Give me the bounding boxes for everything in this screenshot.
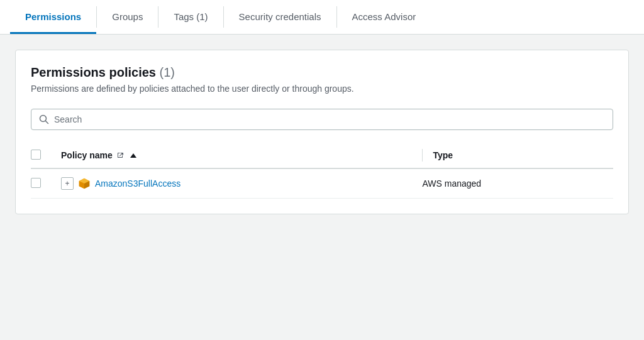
policy-table: Policy name Type: [31, 143, 613, 199]
select-all-checkbox[interactable]: [31, 150, 41, 160]
permissions-card: Permissions policies (1) Permissions are…: [15, 50, 629, 214]
policy-name-cell: + AmazonS3FullAccess: [53, 168, 414, 199]
policy-type-icon: [77, 177, 91, 190]
tab-access-advisor[interactable]: Access Advisor: [337, 0, 431, 34]
table-row: + AmazonS3FullAccess AWS managed: [31, 168, 613, 199]
select-all-header: [31, 143, 53, 168]
column-divider: [422, 149, 423, 162]
search-input[interactable]: [54, 114, 605, 124]
main-content: Permissions policies (1) Permissions are…: [0, 35, 644, 229]
sort-ascending-icon: [130, 153, 136, 158]
policy-count: (1): [160, 65, 175, 79]
external-link-icon: [116, 151, 124, 159]
table-header-row: Policy name Type: [31, 143, 613, 168]
policy-type-cell: AWS managed: [414, 168, 613, 199]
search-container: [31, 109, 613, 130]
svg-line-1: [46, 121, 48, 124]
type-header: Type: [414, 143, 613, 168]
section-description: Permissions are defined by policies atta…: [31, 84, 613, 94]
row-checkbox-cell: [31, 168, 53, 199]
expand-row-icon[interactable]: +: [61, 177, 74, 190]
policy-name-header[interactable]: Policy name: [53, 143, 414, 168]
policy-name-link[interactable]: AmazonS3FullAccess: [95, 178, 180, 189]
section-title: Permissions policies (1): [31, 65, 613, 80]
tab-bar: Permissions Groups Tags (1) Security cre…: [0, 0, 644, 35]
tab-permissions[interactable]: Permissions: [10, 0, 96, 34]
row-checkbox[interactable]: [31, 178, 41, 188]
tab-security-credentials[interactable]: Security credentials: [224, 0, 336, 34]
search-icon: [39, 114, 49, 124]
tab-groups[interactable]: Groups: [97, 0, 158, 34]
tab-tags[interactable]: Tags (1): [158, 0, 223, 34]
